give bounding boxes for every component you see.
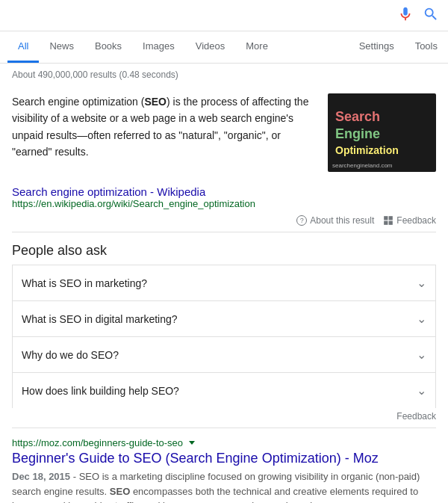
about-result[interactable]: ? About this result [296,215,374,226]
about-icon: ? [296,215,307,226]
paa-question-1: What is SEO in marketing? [22,277,147,289]
tab-tools[interactable]: Tools [405,31,448,63]
snippet-image: Search Engine Optimization searchenginel… [328,93,436,172]
feedback-icon [383,215,393,226]
result-title-link[interactable]: Beginner's Guide to SEO (Search Engine O… [12,451,379,466]
feedback-item[interactable]: Feedback [383,215,436,226]
featured-snippet: Search engine optimization (SEO) is the … [12,93,436,178]
img-line-2: Engine [335,126,399,143]
img-line-1: Search [335,108,399,126]
paa-item-1[interactable]: What is SEO in marketing? ⌄ [12,265,436,300]
main-content: Search engine optimization (SEO) is the … [0,93,448,503]
result-url-row: https://moz.com/beginners-guide-to-seo [12,437,436,448]
paa-item-2[interactable]: What is SEO in digital marketing? ⌄ [12,300,436,336]
wiki-link: Search engine optimization - Wikipedia h… [12,185,436,209]
tab-images[interactable]: Images [132,31,185,63]
search-icons [397,6,439,25]
tab-more[interactable]: More [235,31,279,63]
snippet-text: Search engine optimization (SEO) is the … [12,93,316,172]
wiki-url: https://en.wikipedia.org/wiki/Search_eng… [12,198,436,209]
wiki-title-link[interactable]: Search engine optimization - Wikipedia [12,185,205,198]
mic-button[interactable] [397,6,414,25]
result-description: Dec 18, 2015 - SEO is a marketing discip… [12,469,436,503]
paa-item-4[interactable]: How does link building help SEO? ⌄ [12,372,436,408]
tab-videos[interactable]: Videos [185,31,236,63]
paa-title: People also ask [12,243,436,259]
tab-news[interactable]: News [39,31,84,63]
results-count: About 490,000,000 results (0.48 seconds) [0,64,448,86]
svg-rect-3 [389,221,393,225]
svg-rect-1 [389,216,393,220]
svg-rect-0 [384,216,388,220]
search-button[interactable] [423,6,439,25]
snippet-image-text: Search Engine Optimization [335,108,399,157]
result-date: Dec 18, 2015 [12,471,70,482]
paa-question-3: Why do we do SEO? [22,349,119,361]
image-source: searchengineland.com [332,162,393,169]
paa-feedback-row: Feedback [12,408,436,428]
seo-bold-2: SEO [110,486,130,497]
chevron-icon-1: ⌄ [417,276,426,290]
search-bar: seo [0,0,448,31]
seo-bold: SEO [144,96,167,108]
mic-icon [397,6,414,22]
tab-settings[interactable]: Settings [349,31,405,63]
paa-item-3[interactable]: Why do we do SEO? ⌄ [12,336,436,372]
chevron-icon-4: ⌄ [417,383,426,398]
tab-books[interactable]: Books [84,31,132,63]
search-icon [423,6,439,22]
svg-rect-2 [384,221,388,225]
nav-settings: Settings Tools [349,31,448,63]
about-label: About this result [310,215,374,226]
feedback-label: Feedback [396,215,436,226]
nav-tabs: All News Books Images Videos More Settin… [0,31,448,64]
paa-question-2: What is SEO in digital marketing? [22,313,178,325]
search-input-wrap: seo [9,9,397,22]
chevron-icon-3: ⌄ [417,348,426,362]
paa-question-4: How does link building help SEO? [22,385,179,397]
tab-all[interactable]: All [7,31,39,63]
result-url: https://moz.com/beginners-guide-to-seo [12,437,183,448]
search-input[interactable]: seo [9,9,397,22]
moz-result: https://moz.com/beginners-guide-to-seo B… [12,437,436,503]
chevron-icon-2: ⌄ [417,312,426,326]
paa-section: People also ask What is SEO in marketing… [12,243,436,428]
paa-feedback-label[interactable]: Feedback [396,411,436,422]
result-desc-text: - SEO is a marketing discipline focused … [12,471,420,503]
img-line-3: Optimization [335,144,399,157]
url-dropdown-arrow[interactable] [189,441,195,445]
about-result-row: ? About this result Feedback [12,211,436,232]
